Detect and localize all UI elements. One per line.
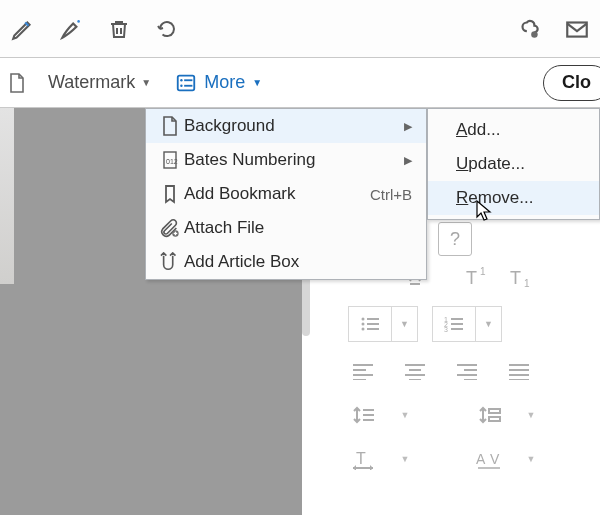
menu-item-add-bookmark[interactable]: Add Bookmark Ctrl+B (146, 177, 426, 211)
align-justify-icon[interactable] (504, 356, 534, 386)
page-thumbnail[interactable] (0, 108, 14, 284)
svg-text:T: T (356, 450, 366, 467)
svg-text:V: V (490, 451, 500, 467)
superscript-icon[interactable]: T1 (462, 262, 492, 292)
menu-item-label: Attach File (184, 218, 412, 238)
chevron-down-icon[interactable]: ▼ (516, 444, 546, 474)
svg-rect-23 (451, 328, 463, 330)
svg-point-0 (77, 20, 80, 23)
submenu-item-label: Remove... (456, 188, 585, 208)
menu-item-label: Bates Numbering (184, 150, 398, 170)
more-menu: Background ▶ 012 Bates Numbering ▶ Add B… (145, 108, 427, 280)
svg-rect-19 (451, 318, 463, 320)
svg-text:T: T (466, 268, 477, 288)
edit-pencil-icon[interactable] (10, 16, 36, 42)
article-box-icon (156, 252, 184, 272)
svg-text:3: 3 (444, 326, 448, 333)
menu-item-background[interactable]: Background ▶ (146, 109, 426, 143)
bullet-list-dropdown[interactable]: ▼ (348, 306, 418, 342)
menu-item-label: Add Article Box (184, 252, 412, 272)
svg-rect-15 (367, 323, 379, 325)
character-spacing-icon[interactable]: AV (474, 444, 504, 474)
close-label: Clo (562, 72, 591, 93)
svg-rect-7 (184, 84, 192, 86)
submenu-item-remove[interactable]: Remove... (428, 181, 599, 215)
submenu-item-label: Update... (456, 154, 585, 174)
svg-rect-21 (451, 323, 463, 325)
page-icon[interactable] (4, 70, 30, 96)
svg-rect-46 (489, 417, 500, 421)
watermark-dropdown[interactable]: Watermark ▼ (40, 66, 159, 100)
chevron-down-icon[interactable]: ▼ (390, 400, 420, 430)
second-toolbar: Watermark ▼ More ▼ Clo (0, 58, 600, 108)
svg-text:T: T (510, 268, 521, 288)
chevron-down-icon[interactable]: ▼ (516, 400, 546, 430)
numbered-list-dropdown[interactable]: 123 ▼ (432, 306, 502, 342)
scrollbar-thumb[interactable] (302, 276, 310, 336)
svg-point-1 (531, 31, 538, 37)
svg-point-4 (180, 79, 182, 81)
menu-item-accelerator: Ctrl+B (370, 186, 412, 203)
more-label: More (204, 72, 245, 93)
align-center-icon[interactable] (400, 356, 430, 386)
menu-item-bates-numbering[interactable]: 012 Bates Numbering ▶ (146, 143, 426, 177)
svg-point-5 (180, 84, 182, 86)
background-submenu: Add... Update... Remove... (427, 108, 600, 220)
list-icon (175, 72, 197, 94)
chevron-down-icon: ▼ (141, 77, 151, 88)
submenu-arrow-icon: ▶ (398, 154, 412, 167)
svg-point-16 (361, 328, 364, 331)
svg-text:1: 1 (480, 266, 486, 277)
svg-text:A: A (476, 451, 486, 467)
submenu-item-update[interactable]: Update... (428, 147, 599, 181)
trash-icon[interactable] (106, 16, 132, 42)
top-toolbar (0, 0, 600, 58)
close-button[interactable]: Clo (543, 65, 600, 101)
link-cloud-icon[interactable] (516, 16, 542, 42)
align-left-icon[interactable] (348, 356, 378, 386)
horizontal-scale-icon[interactable]: T (348, 444, 378, 474)
align-right-icon[interactable] (452, 356, 482, 386)
chevron-down-icon[interactable]: ▼ (390, 444, 420, 474)
subscript-icon[interactable]: T1 (506, 262, 536, 292)
menu-item-label: Add Bookmark (184, 184, 344, 204)
svg-rect-13 (367, 318, 379, 320)
submenu-arrow-icon: ▶ (398, 120, 412, 133)
watermark-label: Watermark (48, 72, 135, 93)
sign-pen-icon[interactable] (58, 16, 84, 42)
chevron-down-icon: ▼ (252, 77, 262, 88)
paragraph-spacing-icon[interactable] (474, 400, 504, 430)
svg-text:012: 012 (166, 158, 178, 165)
bates-icon: 012 (156, 150, 184, 170)
svg-point-12 (361, 318, 364, 321)
paperclip-icon (156, 218, 184, 238)
svg-rect-45 (489, 409, 500, 413)
rotate-icon[interactable] (154, 16, 180, 42)
submenu-item-add[interactable]: Add... (428, 113, 599, 147)
svg-rect-6 (184, 79, 192, 81)
submenu-item-label: Add... (456, 120, 585, 140)
line-spacing-icon[interactable] (348, 400, 378, 430)
menu-item-label: Background (184, 116, 398, 136)
mail-icon[interactable] (564, 16, 590, 42)
svg-text:1: 1 (524, 278, 530, 289)
svg-rect-17 (367, 328, 379, 330)
svg-point-14 (361, 323, 364, 326)
page-icon (156, 116, 184, 136)
more-dropdown[interactable]: More ▼ (169, 66, 268, 100)
svg-rect-3 (178, 75, 195, 90)
menu-item-attach-file[interactable]: Attach File (146, 211, 426, 245)
menu-item-add-article-box[interactable]: Add Article Box (146, 245, 426, 279)
bookmark-icon (156, 184, 184, 204)
